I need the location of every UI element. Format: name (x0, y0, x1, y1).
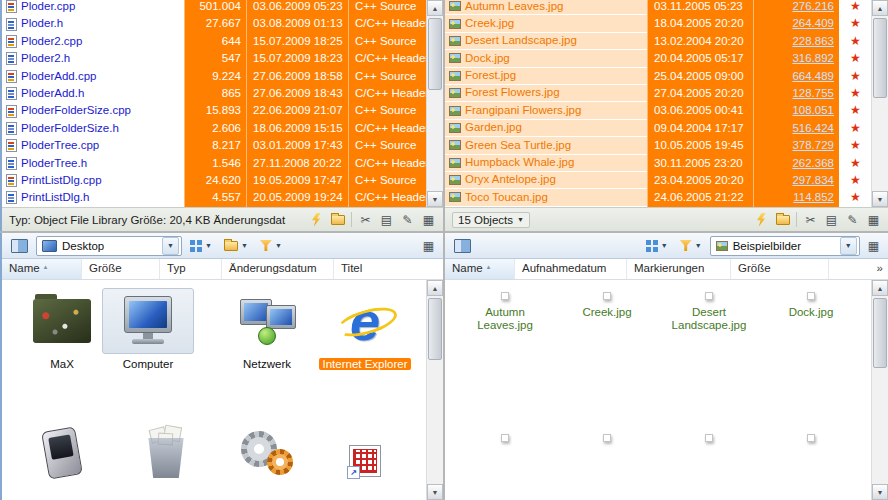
thumbnail-garden[interactable] (763, 432, 859, 448)
thumbnail-forest-flowers[interactable] (559, 432, 655, 448)
file-row[interactable]: PloderTree.h1.54627.11.2008 20:22C/C++ H… (2, 155, 426, 172)
quick-actions-button[interactable] (751, 210, 772, 229)
vertical-scrollbar[interactable]: ▲ ▼ (871, 0, 888, 207)
column-header-size[interactable]: Größe (731, 259, 829, 279)
copy-button[interactable]: ▤ (821, 210, 842, 229)
scroll-up-button[interactable]: ▲ (427, 280, 443, 296)
desktop-item-internet-explorer[interactable]: e Internet Explorer (319, 288, 411, 371)
file-row[interactable]: PloderTree.cpp8.21703.01.2009 17:43C++ S… (2, 137, 426, 154)
column-header-type[interactable]: Typ (160, 259, 222, 279)
file-row[interactable]: Ploder.h27.66703.08.2009 01:13C/C++ Head… (2, 15, 426, 32)
copy-button[interactable]: ▤ (376, 210, 397, 229)
cut-button[interactable]: ✂ (800, 210, 821, 229)
scroll-down-button[interactable]: ▼ (427, 484, 443, 500)
rating-cell[interactable]: ★ (839, 68, 871, 85)
image-row[interactable]: Autumn Leaves.jpg03.11.2005 05:23276.216… (445, 0, 871, 15)
image-row[interactable]: Forest.jpg25.04.2005 09:00664.489★ (445, 68, 871, 85)
desktop-item-device[interactable] (16, 420, 108, 490)
column-header-name[interactable]: Name▴ (445, 259, 515, 279)
thumbnail-autumn-leaves[interactable]: Autumn Leaves.jpg (457, 290, 553, 332)
scrollbar-thumb[interactable] (873, 298, 887, 368)
folder-combo[interactable]: Beispielbilder ▼ (710, 236, 860, 256)
rating-cell[interactable]: ★ (839, 33, 871, 50)
thumbnail-dock[interactable]: Dock.jpg (763, 290, 859, 319)
rating-cell[interactable]: ★ (839, 50, 871, 67)
new-folder-button[interactable] (327, 210, 348, 229)
view-grid-button[interactable]: ▦ (863, 210, 884, 229)
image-row[interactable]: Humpback Whale.jpg30.11.2005 23:20262.36… (445, 155, 871, 172)
image-row[interactable]: Toco Toucan.jpg24.06.2005 21:22114.852★ (445, 189, 871, 206)
desktop-item-max[interactable]: MaX (16, 288, 108, 371)
image-row[interactable]: Garden.jpg09.04.2004 17:17516.424★ (445, 120, 871, 137)
image-row[interactable]: Green Sea Turtle.jpg10.05.2005 19:45378.… (445, 137, 871, 154)
views-dropdown[interactable]: ▼ (186, 235, 216, 257)
combo-drop-button[interactable]: ▼ (840, 237, 857, 255)
scrollbar-thumb[interactable] (873, 18, 887, 98)
scroll-up-button[interactable]: ▲ (872, 280, 888, 296)
header-overflow-button[interactable]: » (870, 259, 888, 279)
rating-cell[interactable]: ★ (839, 172, 871, 189)
favorites-dropdown[interactable]: ▼ (220, 235, 252, 257)
column-header-name[interactable]: Name▴ (2, 259, 82, 279)
pane-layout-button[interactable] (450, 235, 475, 257)
image-row[interactable]: Oryx Antelope.jpg23.04.2005 20:20297.834… (445, 172, 871, 189)
image-row[interactable]: Dock.jpg20.04.2005 05:17316.892★ (445, 50, 871, 67)
rating-cell[interactable]: ★ (839, 102, 871, 119)
scrollbar-thumb[interactable] (428, 298, 442, 360)
rating-cell[interactable]: ★ (839, 85, 871, 102)
rating-cell[interactable]: ★ (839, 155, 871, 172)
scroll-up-button[interactable]: ▲ (872, 0, 888, 16)
new-folder-button[interactable] (772, 210, 793, 229)
image-row[interactable]: Forest Flowers.jpg27.04.2005 20:20128.75… (445, 85, 871, 102)
rating-cell[interactable]: ★ (839, 137, 871, 154)
rating-cell[interactable]: ★ (839, 120, 871, 137)
quick-actions-button[interactable] (306, 210, 327, 229)
column-header-size[interactable]: Größe (82, 259, 160, 279)
folder-combo[interactable]: Desktop ▼ (36, 236, 182, 256)
desktop-item-installer-shortcut[interactable]: ↗ (319, 428, 411, 498)
views-dropdown[interactable]: ▼ (642, 235, 672, 257)
desktop-item-network[interactable]: Netzwerk (221, 288, 313, 371)
filter-dropdown[interactable]: ▼ (676, 235, 706, 257)
rating-cell[interactable]: ★ (839, 15, 871, 32)
combo-drop-button[interactable]: ▼ (162, 237, 179, 255)
thumbnail-desert-landscape[interactable]: Desert Landscape.jpg (661, 290, 757, 332)
file-row[interactable]: PrintListDlg.h4.55720.05.2009 19:24C/C++… (2, 189, 426, 206)
scroll-down-button[interactable]: ▼ (427, 191, 443, 207)
file-row[interactable]: PloderFolderSize.h2.60618.06.2009 15:15C… (2, 120, 426, 137)
image-row[interactable]: Frangipani Flowers.jpg03.06.2005 00:4110… (445, 102, 871, 119)
file-row[interactable]: Ploder.cpp501.00403.06.2009 05:23C++ Sou… (2, 0, 426, 15)
file-row[interactable]: PloderFolderSize.cpp15.89322.06.2009 21:… (2, 102, 426, 119)
grid-view-button[interactable]: ▦ (864, 235, 883, 257)
scrollbar-thumb[interactable] (428, 18, 442, 90)
thumbnail-forest[interactable] (457, 432, 553, 448)
file-row[interactable]: PrintListDlg.cpp24.62019.05.2009 17:47C+… (2, 172, 426, 189)
scroll-up-button[interactable]: ▲ (427, 0, 443, 16)
column-header-title[interactable]: Titel (334, 259, 443, 279)
grid-view-button[interactable]: ▦ (419, 235, 438, 257)
edit-button[interactable]: ✎ (842, 210, 863, 229)
column-header-datetaken[interactable]: Aufnahmedatum (515, 259, 627, 279)
filter-dropdown[interactable]: ▼ (256, 235, 286, 257)
desktop-item-recycle-bin[interactable] (120, 420, 212, 490)
image-row[interactable]: Desert Landscape.jpg13.02.2004 20:20228.… (445, 33, 871, 50)
column-header-tags[interactable]: Markierungen (627, 259, 731, 279)
thumbnail-frangipani-flowers[interactable] (661, 432, 757, 448)
rating-cell[interactable]: ★ (839, 0, 871, 15)
scroll-down-button[interactable]: ▼ (872, 484, 888, 500)
object-count-dropdown[interactable]: 15 Objects ▼ (452, 212, 530, 228)
edit-button[interactable]: ✎ (397, 210, 418, 229)
pane-layout-button[interactable] (7, 235, 32, 257)
file-row[interactable]: PloderAdd.cpp9.22427.06.2009 18:58C++ So… (2, 68, 426, 85)
vertical-scrollbar[interactable]: ▲ ▼ (871, 280, 888, 500)
desktop-item-gears[interactable] (221, 420, 313, 490)
column-header-modified[interactable]: Änderungsdatum (222, 259, 334, 279)
desktop-item-computer[interactable]: Computer (102, 288, 194, 371)
thumbnail-creek[interactable]: Creek.jpg (559, 290, 655, 319)
file-row[interactable]: Ploder2.h54715.07.2009 18:23C/C++ Header (2, 50, 426, 67)
view-grid-button[interactable]: ▦ (418, 210, 439, 229)
image-row[interactable]: Creek.jpg18.04.2005 20:20264.409★ (445, 15, 871, 32)
vertical-scrollbar[interactable]: ▲ ▼ (426, 0, 443, 207)
scroll-down-button[interactable]: ▼ (872, 191, 888, 207)
vertical-scrollbar[interactable]: ▲ ▼ (426, 280, 443, 500)
